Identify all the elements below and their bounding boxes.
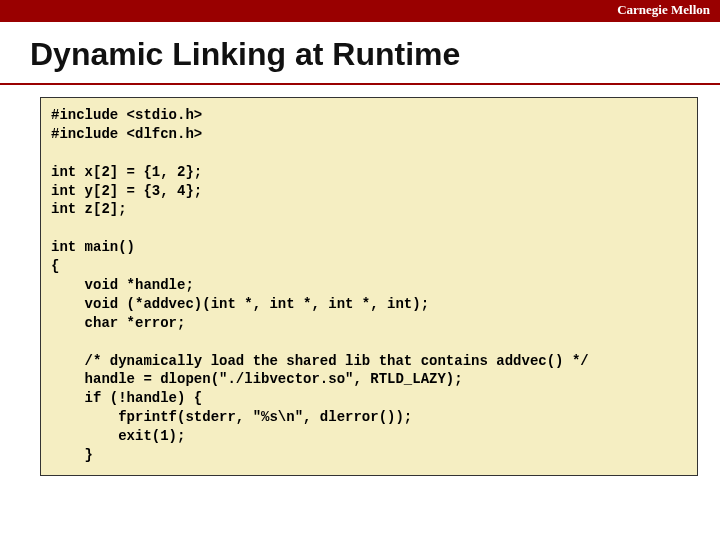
brand-label: Carnegie Mellon <box>617 2 710 18</box>
code-box: #include <stdio.h> #include <dlfcn.h> in… <box>40 97 698 476</box>
title-rule <box>0 83 720 85</box>
slide-title: Dynamic Linking at Runtime <box>30 36 720 73</box>
code-listing: #include <stdio.h> #include <dlfcn.h> in… <box>51 106 687 465</box>
top-bar: Carnegie Mellon <box>0 0 720 22</box>
slide: Carnegie Mellon Dynamic Linking at Runti… <box>0 0 720 540</box>
